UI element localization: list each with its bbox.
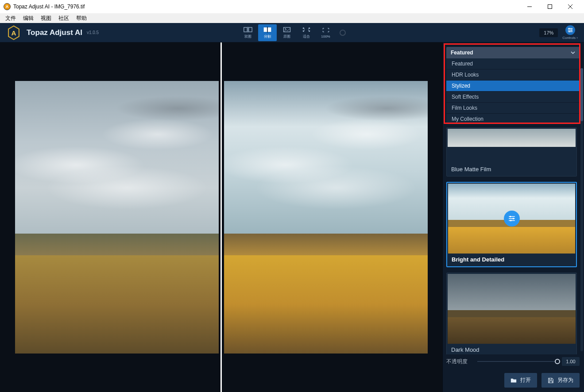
split-container: [14, 42, 429, 392]
svg-point-16: [512, 218, 514, 219]
view-mode-tools: 双图 分割 原图 适合 100%: [239, 24, 346, 41]
dropdown-item-film-looks[interactable]: Film Looks: [446, 103, 580, 114]
opacity-control: 不透明度 1.00: [446, 354, 580, 370]
preset-label: Bright and Detailed: [448, 254, 575, 265]
svg-point-15: [509, 216, 511, 217]
image-viewport[interactable]: [0, 42, 442, 392]
app-logo: A: [6, 25, 21, 40]
footer-buttons: 打开 另存为: [446, 370, 580, 388]
chevron-down-icon: [571, 50, 575, 55]
preset-label: Blue Matte Film: [448, 163, 576, 175]
controls-toggle-button[interactable]: Controls ›: [562, 25, 578, 40]
original-view-button[interactable]: 原图: [278, 24, 296, 41]
after-image: [223, 42, 429, 392]
opacity-value[interactable]: 1.00: [562, 357, 580, 366]
app-title: Topaz Adjust AI: [27, 28, 82, 37]
app-icon: A: [4, 3, 11, 10]
processing-indicator: [340, 30, 346, 36]
slider-thumb[interactable]: [555, 359, 560, 364]
close-button[interactable]: [560, 0, 580, 13]
preset-blue-matte-film[interactable]: Blue Matte Film: [446, 127, 577, 177]
dropdown-item-featured[interactable]: Featured: [446, 58, 580, 69]
preset-dark-mood[interactable]: Dark Mood: [446, 273, 577, 354]
split-view-button[interactable]: 分割: [258, 24, 277, 41]
zoom-level[interactable]: 17%: [539, 28, 558, 37]
dropdown-item-stylized[interactable]: Stylized: [446, 81, 580, 92]
sliders-icon: [565, 25, 575, 35]
menu-view[interactable]: 视图: [37, 14, 55, 23]
menubar: 文件 编辑 视图 社区 帮助: [0, 13, 584, 23]
sidebar-scrollbar[interactable]: [580, 68, 583, 351]
svg-rect-1: [548, 5, 552, 9]
preset-category-menu: Featured HDR Looks Stylized Soft Effects…: [446, 58, 580, 125]
svg-rect-5: [244, 27, 247, 32]
window-title: Topaz Adjust AI - IMG_7976.tif: [13, 4, 85, 10]
menu-help[interactable]: 帮助: [73, 14, 90, 23]
scrollbar-thumb[interactable]: [580, 68, 583, 121]
svg-point-12: [569, 28, 570, 29]
presets-list[interactable]: Blue Matte Film Bright and Detailed Dark…: [446, 127, 580, 354]
hundred-percent-button[interactable]: 100%: [317, 24, 335, 41]
fit-view-button[interactable]: 适合: [297, 24, 316, 41]
save-icon: [548, 377, 554, 384]
svg-point-13: [571, 30, 572, 31]
minimize-button[interactable]: [519, 0, 540, 13]
opacity-label: 不透明度: [446, 358, 473, 365]
save-as-button[interactable]: 另存为: [541, 373, 580, 388]
svg-point-17: [510, 220, 511, 221]
dropdown-item-soft-effects[interactable]: Soft Effects: [446, 92, 580, 103]
sidebar: Featured Featured HDR Looks Stylized Sof…: [442, 42, 584, 392]
split-divider[interactable]: [220, 42, 222, 392]
folder-icon: [511, 377, 517, 384]
app-version: v1.0.5: [87, 30, 99, 35]
maximize-button[interactable]: [540, 0, 560, 13]
menu-edit[interactable]: 编辑: [19, 14, 37, 23]
preset-category-select[interactable]: Featured: [446, 47, 580, 58]
toolbar: A Topaz Adjust AI v1.0.5 双图 分割 原图 适合 100…: [0, 23, 584, 42]
svg-point-11: [285, 28, 286, 30]
svg-point-14: [569, 31, 570, 32]
menu-community[interactable]: 社区: [55, 14, 73, 23]
dropdown-item-hdr-looks[interactable]: HDR Looks: [446, 69, 580, 81]
opacity-slider[interactable]: [477, 361, 557, 362]
main-area: Featured Featured HDR Looks Stylized Sof…: [0, 42, 584, 392]
preset-bright-and-detailed[interactable]: Bright and Detailed: [446, 182, 577, 267]
open-button[interactable]: 打开: [504, 373, 537, 388]
window-controls: [519, 0, 580, 13]
dual-view-button[interactable]: 双图: [239, 24, 257, 41]
preset-label: Dark Mood: [448, 344, 576, 354]
svg-rect-6: [248, 27, 252, 32]
dropdown-item-my-collection[interactable]: My Collection: [446, 114, 580, 125]
titlebar: A Topaz Adjust AI - IMG_7976.tif: [0, 0, 584, 13]
menu-file[interactable]: 文件: [2, 14, 19, 23]
before-image: [14, 42, 220, 392]
toolbar-right: 17% Controls ›: [539, 25, 578, 40]
svg-text:A: A: [11, 29, 16, 36]
adjust-icon[interactable]: [504, 211, 520, 227]
dropdown-selected-label: Featured: [451, 50, 473, 56]
